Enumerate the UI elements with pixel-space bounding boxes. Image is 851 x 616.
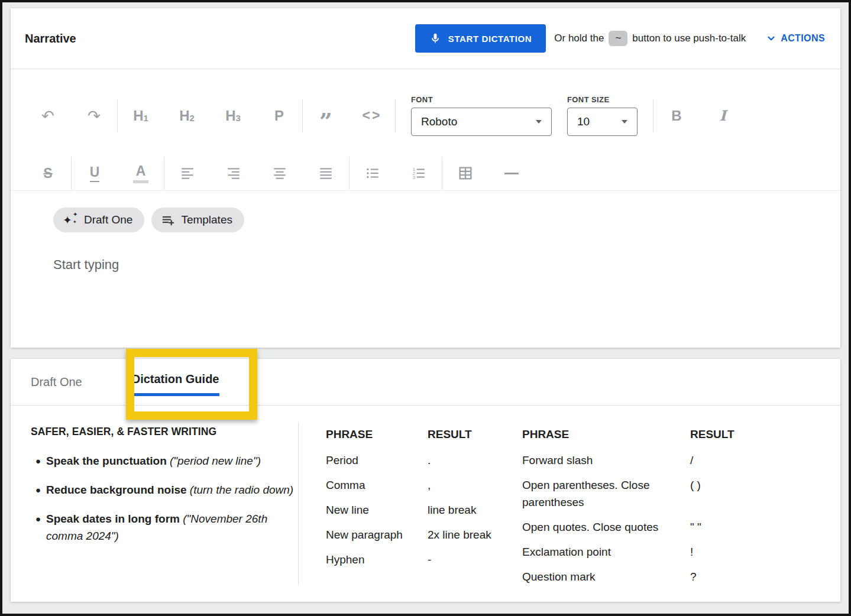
- horizontal-rule-icon: [504, 173, 519, 174]
- push-to-talk-prefix: Or hold the: [554, 33, 604, 44]
- svg-text:3: 3: [413, 175, 415, 180]
- editor-chips-row: ✦ ✦ ✦ Draft One Templates: [53, 208, 840, 232]
- table-row: Comma: [326, 476, 428, 494]
- writing-tips-column: SAFER, EASIER, & FASTER WRITING ● Speak …: [31, 426, 298, 585]
- table-row: Open parentheses. Close parentheses: [522, 476, 690, 511]
- align-justify-icon: [318, 166, 334, 181]
- phrase-column-header: PHRASE: [522, 426, 690, 443]
- microphone-icon: [429, 33, 441, 44]
- dropdown-caret-icon: [536, 120, 542, 124]
- strikethrough-button[interactable]: S: [25, 159, 71, 187]
- draft-one-chip[interactable]: ✦ ✦ ✦ Draft One: [53, 208, 144, 232]
- tab-dictation-guide[interactable]: Dictation Guide: [132, 372, 219, 396]
- align-right-icon: [226, 166, 241, 181]
- dropdown-caret-icon: [622, 120, 627, 124]
- quote-icon: ”: [319, 116, 332, 125]
- h2-icon: H: [179, 108, 189, 124]
- sparkle-icon: ✦ ✦ ✦: [63, 213, 78, 227]
- align-left-icon: [180, 166, 195, 181]
- table-row: Hyphen: [326, 551, 428, 568]
- toolbar-divider: [395, 99, 396, 132]
- result-column-header: RESULT: [428, 426, 494, 443]
- insert-table-button[interactable]: [442, 159, 488, 187]
- font-size-value: 10: [577, 115, 590, 128]
- redo-icon: ↷: [88, 108, 101, 124]
- dictation-guide-card: Draft One Dictation Guide SAFER, EASIER,…: [11, 359, 840, 602]
- table-row: Question mark: [522, 568, 690, 585]
- heading3-button[interactable]: H3: [210, 102, 256, 130]
- rich-text-editor[interactable]: Start typing: [53, 257, 840, 273]
- align-justify-button[interactable]: [303, 159, 349, 187]
- paragraph-icon: P: [274, 108, 284, 124]
- actions-menu-button[interactable]: ACTIONS: [766, 33, 825, 44]
- toolbar-row-2: S U A 123: [11, 156, 840, 190]
- font-label: FONT: [411, 95, 552, 104]
- heading2-button[interactable]: H2: [164, 102, 210, 130]
- paragraph-button[interactable]: P: [256, 102, 302, 130]
- push-to-talk-suffix: button to use push-to-talk: [632, 33, 746, 44]
- dictation-guide-content: SAFER, EASIER, & FASTER WRITING ● Speak …: [11, 406, 840, 603]
- align-left-button[interactable]: [164, 159, 211, 187]
- table-row: Period: [326, 452, 428, 469]
- result-column-header: RESULT: [690, 426, 743, 443]
- italic-icon: I: [719, 107, 726, 124]
- templates-chip[interactable]: Templates: [151, 208, 244, 232]
- h1-icon: H: [133, 108, 143, 124]
- chevron-down-icon: [766, 33, 776, 44]
- toolbar-bottom-divider: [11, 190, 840, 191]
- bullet-icon: ●: [31, 452, 46, 469]
- phrase-column-header: PHRASE: [326, 426, 428, 443]
- undo-icon: ↶: [41, 108, 54, 124]
- numbered-list-icon: 123: [411, 166, 426, 181]
- font-family-select[interactable]: Roboto: [411, 108, 552, 136]
- tab-draft-one[interactable]: Draft One: [31, 375, 82, 389]
- phrase-table-basic: PHRASE RESULT Period . Comma , New line …: [326, 426, 494, 585]
- templates-chip-label: Templates: [181, 213, 232, 226]
- narrative-header: Narrative START DICTATION Or hold the ~ …: [11, 8, 840, 69]
- push-to-talk-hint: Or hold the ~ button to use push-to-talk: [554, 31, 746, 46]
- bullet-icon: ●: [31, 510, 46, 544]
- bullet-list-icon: [365, 166, 380, 181]
- font-family-value: Roboto: [421, 115, 457, 128]
- table-row: Open quotes. Close quotes: [522, 518, 690, 536]
- narrative-editor-card: Narrative START DICTATION Or hold the ~ …: [11, 8, 840, 348]
- start-dictation-button[interactable]: START DICTATION: [415, 24, 546, 53]
- table-row: New paragraph: [326, 526, 428, 543]
- code-button[interactable]: <>: [349, 102, 395, 130]
- font-family-group: FONT Roboto: [411, 95, 552, 136]
- font-size-label: FONT SIZE: [567, 95, 638, 104]
- align-right-button[interactable]: [211, 159, 257, 187]
- undo-button[interactable]: ↶: [25, 102, 71, 130]
- align-center-button[interactable]: [257, 159, 303, 187]
- playlist-add-icon: [161, 213, 175, 227]
- bullet-icon: ●: [31, 481, 46, 498]
- heading1-button[interactable]: H1: [118, 102, 164, 130]
- underline-icon: U: [90, 164, 100, 182]
- strikethrough-icon: S: [43, 166, 52, 181]
- text-color-button[interactable]: A: [118, 159, 164, 187]
- guide-column-divider: [298, 422, 299, 585]
- underline-button[interactable]: U: [72, 159, 118, 187]
- toolbar-row-1: ↶ ↷ H1 H2 H3 P ” <> FONT Roboto FONT SIZ…: [11, 69, 840, 156]
- list-item: ● Speak dates in long form ("November 26…: [31, 510, 298, 544]
- table-row: Exclamation point: [522, 543, 690, 560]
- page-title: Narrative: [25, 32, 76, 46]
- horizontal-rule-button[interactable]: [488, 159, 535, 187]
- italic-button[interactable]: I: [700, 102, 746, 130]
- list-item: ● Reduce background noise (turn the radi…: [31, 481, 298, 498]
- code-icon: <>: [363, 108, 382, 124]
- bullet-list-button[interactable]: [350, 159, 396, 187]
- start-dictation-label: START DICTATION: [448, 34, 532, 44]
- redo-button[interactable]: ↷: [71, 102, 117, 130]
- bold-button[interactable]: B: [653, 102, 700, 130]
- editor-placeholder: Start typing: [53, 257, 119, 272]
- text-color-icon: A: [133, 163, 148, 183]
- app-screenshot: { "header": { "title": "Narrative", "dic…: [0, 0, 851, 616]
- bold-icon: B: [671, 108, 681, 124]
- tilde-keycap: ~: [609, 31, 627, 46]
- font-size-select[interactable]: 10: [567, 108, 638, 136]
- tips-heading: SAFER, EASIER, & FASTER WRITING: [31, 426, 298, 438]
- phrase-table-symbols: PHRASE RESULT Forward slash / Open paren…: [522, 426, 743, 585]
- blockquote-button[interactable]: ”: [303, 102, 349, 130]
- numbered-list-button[interactable]: 123: [396, 159, 442, 187]
